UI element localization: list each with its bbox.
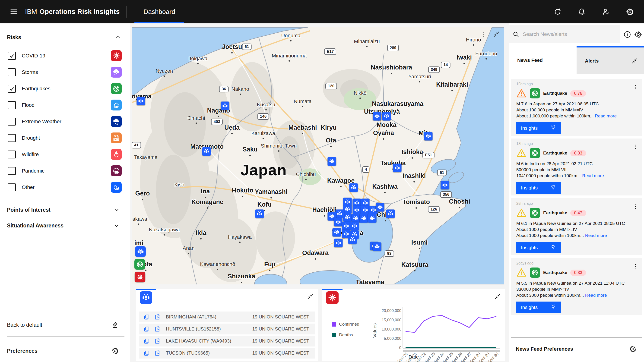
- copy-icon[interactable]: [143, 337, 151, 345]
- kebab-menu-icon[interactable]: [632, 262, 639, 271]
- map-pin-icon[interactable]: [154, 313, 161, 321]
- location-row[interactable]: LAKE HAVASU CITY (WA9493)19 UNION SQUARE…: [139, 336, 315, 347]
- read-more-link[interactable]: Read more: [595, 113, 617, 118]
- read-more-link[interactable]: Read more: [585, 293, 607, 298]
- checkbox[interactable]: [8, 52, 16, 60]
- notifications-icon[interactable]: [576, 6, 587, 17]
- map-pin-icon[interactable]: [154, 325, 161, 333]
- asset-marker[interactable]: [393, 164, 402, 172]
- risk-item-storms[interactable]: Storms: [0, 64, 130, 80]
- section-situational-awareness[interactable]: Situational Awareness: [7, 220, 121, 232]
- risk-marker-covid[interactable]: [135, 272, 145, 282]
- insights-button[interactable]: Insights: [516, 122, 561, 134]
- tab-news-feed[interactable]: News Feed: [509, 46, 576, 74]
- checkbox[interactable]: [8, 151, 16, 158]
- read-more-link[interactable]: Read more: [582, 173, 604, 178]
- risk-item-flood[interactable]: Flood: [0, 97, 130, 113]
- settings-icon[interactable]: [624, 6, 635, 17]
- asset-marker[interactable]: [348, 236, 357, 244]
- insights-button[interactable]: Insights: [516, 242, 561, 253]
- risk-item-earthquakes[interactable]: Earthquakes: [0, 80, 130, 97]
- hamburger-menu-icon[interactable]: [6, 5, 21, 19]
- asset-marker[interactable]: [336, 210, 344, 218]
- asset-marker[interactable]: [135, 246, 146, 257]
- asset-marker[interactable]: [360, 214, 368, 223]
- asset-marker[interactable]: [361, 206, 370, 214]
- tab-alerts[interactable]: Alerts: [576, 46, 644, 74]
- risk-item-extreme-weather[interactable]: Extreme Weather: [0, 113, 130, 130]
- search-input[interactable]: [523, 31, 620, 37]
- copy-icon[interactable]: [143, 313, 151, 321]
- location-row[interactable]: TUCSON (TUC9665)19 UNION SQUARE WEST: [139, 348, 315, 359]
- asset-marker[interactable]: [256, 210, 264, 218]
- asset-marker[interactable]: [441, 181, 449, 189]
- asset-marker[interactable]: [352, 214, 360, 223]
- kebab-menu-icon[interactable]: [479, 30, 488, 39]
- checkbox[interactable]: [8, 134, 16, 142]
- user-avatar-icon[interactable]: [600, 6, 611, 17]
- asset-marker[interactable]: [353, 206, 361, 214]
- read-more-link[interactable]: Read more: [585, 233, 607, 238]
- chevron-down-icon[interactable]: [112, 206, 121, 214]
- copy-icon[interactable]: [143, 325, 151, 333]
- asset-marker[interactable]: [343, 213, 352, 222]
- chevron-down-icon[interactable]: [112, 221, 121, 230]
- risk-item-wildfire[interactable]: Wildfire: [0, 146, 130, 163]
- risk-item-pandemic[interactable]: Pandemic: [0, 163, 130, 179]
- map-pin-icon[interactable]: [154, 349, 161, 357]
- asset-marker[interactable]: [221, 102, 230, 110]
- risk-item-drought[interactable]: Drought: [0, 130, 130, 146]
- preferences-button[interactable]: Preferences: [7, 344, 120, 358]
- collapse-icon[interactable]: [306, 292, 315, 301]
- asset-marker[interactable]: [350, 183, 358, 192]
- checkbox[interactable]: [8, 85, 16, 93]
- asset-marker[interactable]: [332, 228, 341, 237]
- asset-marker[interactable]: [373, 243, 382, 251]
- copy-icon[interactable]: [143, 349, 151, 357]
- gear-icon[interactable]: [633, 29, 643, 40]
- info-icon[interactable]: [622, 29, 632, 40]
- checkbox[interactable]: [8, 118, 16, 125]
- risk-item-other[interactable]: Other: [0, 179, 130, 195]
- asset-marker[interactable]: [350, 222, 359, 230]
- map-pin-icon[interactable]: [154, 337, 161, 345]
- checkbox[interactable]: [8, 167, 16, 175]
- asset-marker[interactable]: [137, 97, 145, 105]
- asset-marker[interactable]: [373, 112, 382, 121]
- asset-marker[interactable]: [334, 239, 343, 247]
- asset-marker[interactable]: [202, 147, 211, 156]
- map-canvas[interactable]: UonumaJoetsuMinamiaizuHironoMinamiuonuma…: [132, 27, 504, 284]
- asset-marker[interactable]: [382, 112, 391, 121]
- alert-card[interactable]: 25hrs agoEarthquake0.47M 6.1 in Papua Ne…: [511, 198, 642, 255]
- alert-card[interactable]: 2days agoEarthquake0.33M 5.5 in Papua Ne…: [511, 258, 642, 315]
- alert-card[interactable]: 15hrs agoEarthquake0.76M 7.6 in Japan on…: [511, 79, 642, 136]
- checkbox[interactable]: [8, 183, 16, 191]
- asset-marker[interactable]: [328, 157, 336, 166]
- locations-tab[interactable]: [136, 289, 156, 305]
- restart-icon[interactable]: [552, 6, 563, 17]
- news-feed-preferences[interactable]: News Feed Preferences: [516, 342, 638, 356]
- collapse-icon[interactable]: [492, 30, 501, 39]
- collapse-icon[interactable]: [630, 57, 639, 65]
- tab-dashboard[interactable]: Dashboard: [134, 0, 184, 23]
- checkbox[interactable]: [8, 68, 16, 76]
- kebab-menu-icon[interactable]: [632, 142, 639, 151]
- asset-marker[interactable]: [424, 132, 433, 141]
- asset-marker[interactable]: [343, 205, 352, 214]
- location-row[interactable]: BIRMINGHAM (ATL764)19 UNION SQUARE WEST: [139, 312, 315, 322]
- chevron-up-icon[interactable]: [114, 33, 122, 41]
- asset-marker[interactable]: [386, 210, 395, 218]
- asset-marker[interactable]: [368, 214, 376, 223]
- kebab-menu-icon[interactable]: [632, 82, 639, 92]
- asset-marker[interactable]: [342, 222, 350, 230]
- alert-card[interactable]: 18hrs agoEarthquake0.33M 6 in India on 2…: [511, 138, 642, 195]
- back-to-default-button[interactable]: Back to default: [7, 319, 120, 331]
- asset-marker[interactable]: [334, 218, 342, 227]
- asset-marker[interactable]: [376, 203, 384, 212]
- kebab-menu-icon[interactable]: [632, 202, 639, 211]
- checkbox[interactable]: [8, 101, 16, 109]
- risk-marker-earthquake[interactable]: [134, 259, 145, 270]
- section-points-of-interest[interactable]: Points of Interest: [7, 204, 121, 216]
- insights-button[interactable]: Insights: [516, 302, 561, 313]
- insights-button[interactable]: Insights: [516, 182, 561, 194]
